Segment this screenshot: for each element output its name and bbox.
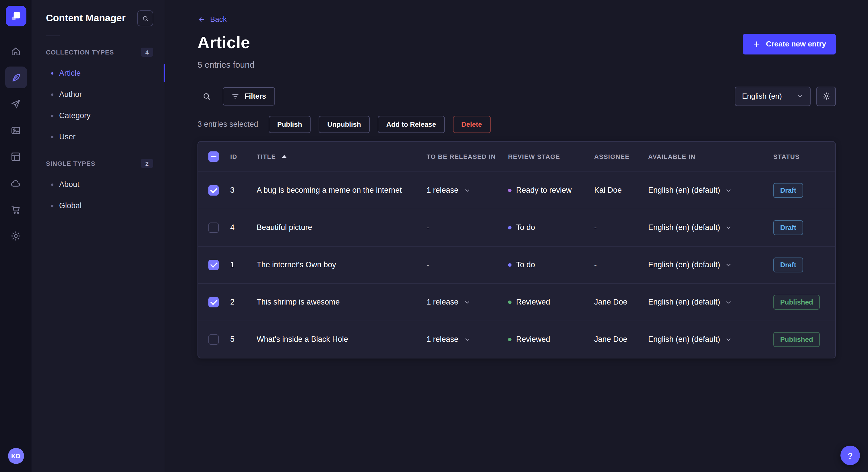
gear-icon (10, 230, 21, 241)
column-header-available-in[interactable]: AVAILABLE IN (648, 153, 773, 160)
cell-id: 4 (230, 223, 257, 232)
column-header-title-label: TITLE (257, 153, 276, 160)
row-checkbox[interactable] (208, 297, 219, 307)
cell-assignee: - (594, 260, 648, 269)
add-to-release-button[interactable]: Add to Release (378, 115, 445, 133)
back-link[interactable]: Back (197, 15, 227, 24)
review-stage-label: Reviewed (516, 335, 550, 343)
cell-release[interactable]: 1 release (427, 186, 508, 194)
chevron-down-icon (726, 336, 732, 342)
back-label: Back (210, 15, 227, 24)
sidebar-item-author[interactable]: Author (32, 84, 165, 105)
column-header-assignee[interactable]: ASSIGNEE (594, 153, 648, 160)
sidebar-item-global[interactable]: Global (32, 195, 165, 216)
row-checkbox[interactable] (208, 185, 219, 195)
bullet-icon (51, 93, 53, 96)
status-badge: Draft (773, 220, 803, 235)
review-stage-dot (508, 226, 512, 229)
table-search-button[interactable] (197, 87, 216, 105)
nav-item-content-manager[interactable] (5, 67, 27, 88)
review-stage-label: Reviewed (516, 298, 550, 306)
app-root: KD Content Manager COLLECTION TYPES 4 Ar… (0, 0, 868, 472)
cell-review-stage: To do (508, 223, 594, 232)
column-header-review-stage[interactable]: REVIEW STAGE (508, 153, 594, 160)
cell-review-stage: Reviewed (508, 298, 594, 306)
table-body: 3 A bug is becoming a meme on the intern… (198, 171, 835, 358)
user-avatar[interactable]: KD (8, 448, 24, 464)
cell-review-stage: To do (508, 260, 594, 269)
filters-button[interactable]: Filters (223, 87, 275, 105)
sidebar-sections: COLLECTION TYPES 4 ArticleAuthorCategory… (32, 43, 165, 216)
cell-id: 3 (230, 186, 257, 194)
release-label: - (427, 260, 429, 269)
review-stage-label: To do (516, 260, 535, 269)
sidebar-search-button[interactable] (137, 10, 153, 26)
checkbox-cell (198, 222, 230, 233)
image-icon (10, 125, 21, 136)
sidebar-item-article[interactable]: Article (32, 63, 165, 84)
nav-item-media-library[interactable] (5, 119, 27, 141)
nav-item-marketplace[interactable] (5, 198, 27, 220)
available-in-label: English (en) (default) (648, 186, 720, 194)
chevron-down-icon (797, 93, 803, 99)
release-label: 1 release (427, 186, 458, 194)
locale-select[interactable]: English (en) (735, 86, 811, 106)
plane-icon (10, 98, 21, 109)
nav-item-settings[interactable] (5, 225, 27, 247)
nav-item-releases[interactable] (5, 93, 27, 115)
select-all-checkbox[interactable] (208, 151, 219, 162)
cell-id: 5 (230, 335, 257, 343)
status-badge: Draft (773, 183, 803, 198)
entries-count-subtitle: 5 entries found (197, 59, 836, 69)
row-checkbox[interactable] (208, 334, 219, 344)
sidebar-item-label: Author (59, 90, 82, 99)
available-in-label: English (en) (default) (648, 335, 720, 343)
column-header-release[interactable]: TO BE RELEASED IN (427, 153, 508, 160)
cell-available-in[interactable]: English (en) (default) (648, 186, 773, 194)
cell-assignee: Jane Doe (594, 335, 648, 343)
sidebar-item-about[interactable]: About (32, 174, 165, 195)
column-header-status[interactable]: STATUS (773, 153, 835, 160)
sidebar-item-label: Article (59, 69, 81, 77)
pen-icon (10, 72, 21, 83)
sidebar-item-user[interactable]: User (32, 126, 165, 147)
delete-button[interactable]: Delete (453, 115, 491, 133)
cell-available-in[interactable]: English (en) (default) (648, 335, 773, 343)
status-badge: Published (773, 295, 820, 309)
table-row[interactable]: 1 The internet's Own boy - To do - Engli… (198, 246, 835, 283)
table-header-row: ID TITLE TO BE RELEASED IN REVIEW STAGE … (198, 141, 835, 171)
cell-available-in[interactable]: English (en) (default) (648, 223, 773, 232)
row-checkbox[interactable] (208, 222, 219, 233)
sidebar-section: COLLECTION TYPES 4 ArticleAuthorCategory… (32, 43, 165, 147)
section-header: SINGLE TYPES 2 (32, 154, 165, 174)
nav-item-home[interactable] (5, 40, 27, 62)
create-new-entry-label: Create new entry (766, 40, 826, 48)
column-header-id[interactable]: ID (230, 153, 257, 160)
cell-release[interactable]: 1 release (427, 335, 508, 343)
view-settings-button[interactable] (816, 86, 836, 106)
column-header-title[interactable]: TITLE (257, 153, 427, 160)
cell-available-in[interactable]: English (en) (default) (648, 260, 773, 269)
row-checkbox[interactable] (208, 260, 219, 270)
strapi-logo-icon[interactable] (5, 6, 26, 26)
cell-available-in[interactable]: English (en) (default) (648, 298, 773, 306)
select-all-cell (198, 151, 230, 162)
unpublish-button[interactable]: Unpublish (319, 115, 369, 133)
table-row[interactable]: 5 What's inside a Black Hole 1 release R… (198, 320, 835, 358)
publish-button[interactable]: Publish (269, 115, 311, 133)
create-new-entry-button[interactable]: Create new entry (743, 34, 836, 54)
table-row[interactable]: 2 This shrimp is awesome 1 release Revie… (198, 283, 835, 320)
cell-status: Draft (773, 183, 835, 198)
section-label: COLLECTION TYPES (46, 49, 114, 56)
section-label: SINGLE TYPES (46, 160, 95, 167)
nav-item-content-type-builder[interactable] (5, 146, 27, 167)
help-button[interactable]: ? (840, 446, 860, 465)
status-badge: Draft (773, 257, 803, 272)
sidebar-item-category[interactable]: Category (32, 105, 165, 126)
table-row[interactable]: 3 A bug is becoming a meme on the intern… (198, 171, 835, 208)
bullet-icon (51, 204, 53, 207)
nav-item-deploy[interactable] (5, 172, 27, 194)
table-row[interactable]: 4 Beautiful picture - To do - English (e… (198, 208, 835, 246)
cell-title: A bug is becoming a meme on the internet (257, 186, 427, 194)
cell-release[interactable]: 1 release (427, 298, 508, 306)
